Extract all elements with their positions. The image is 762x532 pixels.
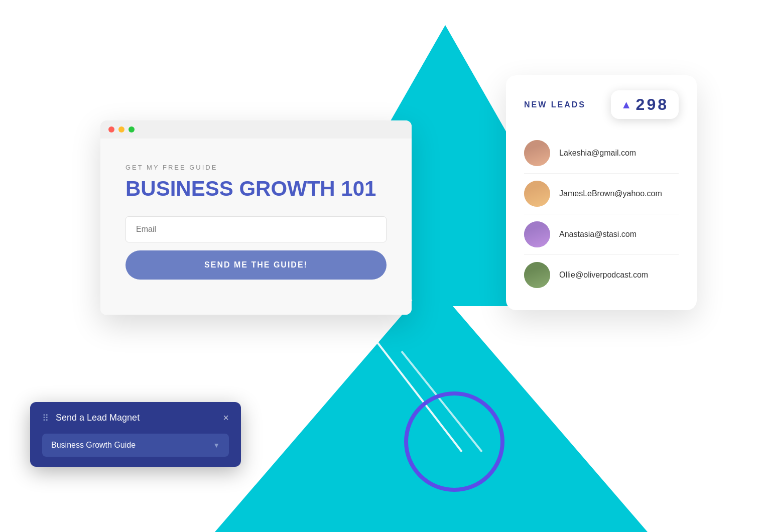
- count-arrow-icon: ▲: [621, 98, 632, 111]
- lead-email: Lakeshia@gmail.com: [559, 149, 636, 158]
- lead-item: Anastasia@stasi.com: [524, 214, 679, 255]
- lead-item: JamesLeBrown@yahoo.com: [524, 174, 679, 214]
- guide-title: BUSINESS GROWTH 101: [125, 177, 387, 200]
- lead-magnet-panel: ⠿ Send a Lead Magnet × Business Growth G…: [30, 402, 241, 467]
- dropdown-arrow-icon: ▼: [213, 441, 220, 449]
- lead-email: JamesLeBrown@yahoo.com: [559, 189, 662, 198]
- drag-handle-icon: ⠿: [42, 414, 49, 423]
- avatar: [524, 262, 550, 288]
- avatar: [524, 181, 550, 207]
- panel-header: ⠿ Send a Lead Magnet ×: [42, 412, 229, 424]
- browser-titlebar: [100, 120, 412, 139]
- browser-content: GET MY FREE GUIDE BUSINESS GROWTH 101 SE…: [100, 139, 412, 315]
- guide-sublabel: GET MY FREE GUIDE: [125, 164, 387, 171]
- panel-title: Send a Lead Magnet: [56, 413, 140, 423]
- panel-close-button[interactable]: ×: [223, 412, 229, 424]
- leads-count-number: 298: [636, 95, 669, 114]
- panel-header-left: ⠿ Send a Lead Magnet: [42, 413, 140, 423]
- leads-count-badge: ▲ 298: [611, 90, 679, 119]
- email-input[interactable]: [125, 216, 387, 242]
- browser-dot-yellow: [118, 126, 124, 132]
- purple-circle: [404, 391, 504, 492]
- lead-item: Lakeshia@gmail.com: [524, 133, 679, 174]
- dropdown-selected-label: Business Growth Guide: [51, 441, 136, 450]
- avatar: [524, 221, 550, 247]
- lead-email: Anastasia@stasi.com: [559, 230, 637, 239]
- leads-card-header: NEW LEADS ▲ 298: [524, 90, 679, 119]
- lead-item: Ollie@oliverpodcast.com: [524, 255, 679, 295]
- browser-dot-red: [108, 126, 114, 132]
- browser-window: GET MY FREE GUIDE BUSINESS GROWTH 101 SE…: [100, 120, 412, 315]
- lead-magnet-dropdown[interactable]: Business Growth Guide ▼: [42, 434, 229, 457]
- leads-card: NEW LEADS ▲ 298 Lakeshia@gmail.com James…: [506, 75, 697, 310]
- browser-dot-green: [129, 126, 135, 132]
- lead-email: Ollie@oliverpodcast.com: [559, 271, 648, 280]
- avatar: [524, 140, 550, 166]
- new-leads-label: NEW LEADS: [524, 100, 586, 109]
- submit-guide-button[interactable]: SEND ME THE GUIDE!: [125, 250, 387, 280]
